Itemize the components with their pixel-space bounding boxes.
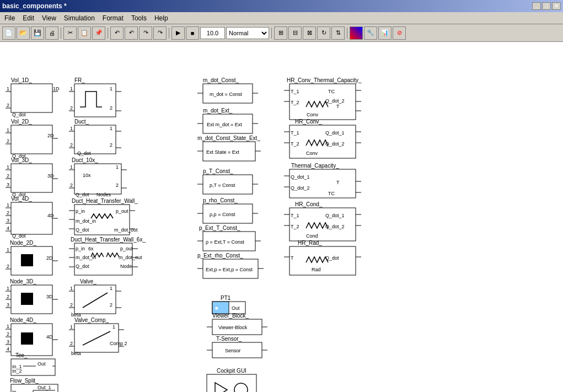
svg-text:1: 1	[7, 324, 9, 329]
zoom-in-button[interactable]: ⊟	[288, 26, 302, 40]
svg-text:Q_dot: Q_dot	[325, 255, 339, 261]
svg-text:2: 2	[116, 182, 119, 188]
menu-simulation[interactable]: Simulation	[61, 13, 98, 23]
pt-const-label: p_T_Const_	[203, 168, 233, 174]
stop-circle-button[interactable]: ⊘	[393, 26, 406, 40]
pext-t-const-label: p_Ext_T_Const_	[199, 225, 240, 231]
svg-text:m_dot_out: m_dot_out	[119, 255, 142, 260]
toolbar: 📄 📂 💾 🖨 ✂ 📋 📌 ↶ ↶ ↷ ↷ ▶ ■ Normal Acceler…	[0, 24, 563, 42]
svg-text:■: ■	[215, 305, 218, 311]
menu-edit[interactable]: Edit	[19, 13, 37, 23]
svg-text:2: 2	[110, 302, 112, 308]
svg-text:2: 2	[70, 341, 73, 346]
svg-text:p_out: p_out	[120, 246, 133, 251]
zoom-out-button[interactable]: ⊠	[303, 26, 316, 40]
open-button[interactable]: 📂	[17, 26, 30, 40]
print-button[interactable]: 🖨	[45, 26, 58, 40]
svg-text:1: 1	[110, 86, 112, 92]
svg-rect-34	[21, 254, 33, 266]
mode-select[interactable]: Normal Accelerator	[226, 27, 269, 39]
duct10x-block[interactable]	[74, 164, 121, 194]
tee-label: Tee_	[15, 352, 28, 358]
hr-conv-block[interactable]	[289, 125, 356, 158]
hr-rad-block[interactable]	[289, 246, 356, 275]
time-input[interactable]	[200, 27, 225, 39]
sep5	[347, 28, 347, 39]
vol1d-label: Vol_1D_	[11, 77, 32, 83]
save-button[interactable]: 💾	[31, 26, 44, 40]
hr-cond-block[interactable]	[289, 208, 356, 241]
svg-rect-50	[21, 332, 33, 345]
paste-button[interactable]: 📌	[92, 26, 105, 40]
svg-text:3: 3	[7, 182, 9, 187]
undo2-button[interactable]: ↶	[125, 26, 138, 40]
hr-ctc-block[interactable]	[289, 84, 356, 120]
svg-text:ρ,p = Const: ρ,p = Const	[210, 212, 235, 217]
svg-text:3: 3	[7, 339, 9, 345]
svg-text:Q_dot: Q_dot	[76, 227, 89, 233]
play-button[interactable]: ▶	[171, 26, 185, 40]
svg-text:Q_dot: Q_dot	[77, 151, 91, 156]
hr-rad-label: HR_Rad_	[298, 240, 322, 246]
svg-text:6x: 6x	[88, 246, 94, 251]
svg-text:2: 2	[7, 103, 9, 108]
svg-text:1: 1	[70, 164, 73, 170]
svg-text:10x: 10x	[83, 173, 91, 178]
mdot-cse-label: m_dot_Const_State_Ext_	[197, 135, 260, 141]
svg-text:1: 1	[7, 202, 9, 208]
vol2d-block[interactable]	[11, 125, 52, 154]
svg-text:Out_1: Out_1	[37, 385, 51, 390]
vol2d-label: Vol_2D_	[11, 119, 32, 125]
svg-text:m_dot_out: m_dot_out	[114, 227, 138, 233]
maximize-button[interactable]: □	[542, 2, 551, 10]
stop-button[interactable]: ■	[186, 26, 199, 40]
vol3d-block[interactable]	[11, 164, 52, 192]
menu-format[interactable]: Format	[99, 13, 127, 23]
svg-text:p_out: p_out	[116, 208, 128, 214]
svg-text:Q_dot: Q_dot	[76, 264, 89, 269]
thermal-cap-block[interactable]	[289, 169, 356, 198]
svg-text:Conv: Conv	[306, 151, 318, 156]
vol1d-block[interactable]	[11, 84, 52, 112]
close-button[interactable]: ✕	[552, 2, 561, 10]
svg-text:2: 2	[7, 331, 9, 337]
zoom-fit-button[interactable]: ⊞	[274, 26, 287, 40]
cockpit-block[interactable]	[207, 374, 256, 392]
undo-button[interactable]: ↶	[110, 26, 124, 40]
svg-text:Q_dot: Q_dot	[12, 112, 26, 117]
menu-help[interactable]: Help	[151, 13, 171, 23]
svg-rect-41	[21, 293, 33, 305]
redo2-button[interactable]: ↷	[153, 26, 167, 40]
svg-text:1: 1	[70, 324, 73, 330]
svg-text:1: 1	[7, 164, 9, 170]
vol4d-block[interactable]	[11, 202, 52, 234]
flip-button[interactable]: ⇅	[331, 26, 345, 40]
menu-view[interactable]: View	[39, 13, 60, 23]
profile-button[interactable]: 📊	[378, 26, 392, 40]
copy-button[interactable]: 📋	[78, 26, 91, 40]
debug-button[interactable]: 🔧	[364, 26, 377, 40]
svg-text:1: 1	[112, 324, 115, 330]
hr-conv-label: HR_Conv_	[295, 119, 322, 125]
menu-file[interactable]: File	[1, 13, 18, 23]
new-button[interactable]: 📄	[2, 26, 15, 40]
color-button[interactable]	[350, 26, 363, 40]
title-bar-buttons[interactable]: _ □ ✕	[532, 2, 561, 10]
minimize-button[interactable]: _	[532, 2, 541, 10]
svg-text:Q_dot_2: Q_dot_2	[291, 185, 310, 191]
redo-button[interactable]: ↷	[139, 26, 152, 40]
svg-text:1: 1	[116, 164, 119, 170]
svg-text:Sensor: Sensor	[225, 348, 241, 353]
pt1-label: PT1	[221, 295, 231, 301]
rotate-button[interactable]: ↻	[317, 26, 330, 40]
svg-text:Q_dot_1: Q_dot_1	[291, 174, 310, 180]
thermal-cap-label: Thermal_Capacity_	[291, 163, 339, 169]
svg-text:4: 4	[7, 225, 9, 231]
menu-tools[interactable]: Tools	[128, 13, 150, 23]
svg-text:3: 3	[7, 302, 9, 308]
canvas-area[interactable]: Vol_1D_ 1 1D Q_dot 2 Vol_2D_ 1 2 2D Q_do…	[0, 42, 563, 392]
svg-text:1: 1	[110, 286, 112, 291]
cut-button[interactable]: ✂	[63, 26, 77, 40]
mdot-const-label: m_dot_Const_	[203, 77, 239, 83]
svg-text:m_dot_in: m_dot_in	[76, 218, 96, 224]
